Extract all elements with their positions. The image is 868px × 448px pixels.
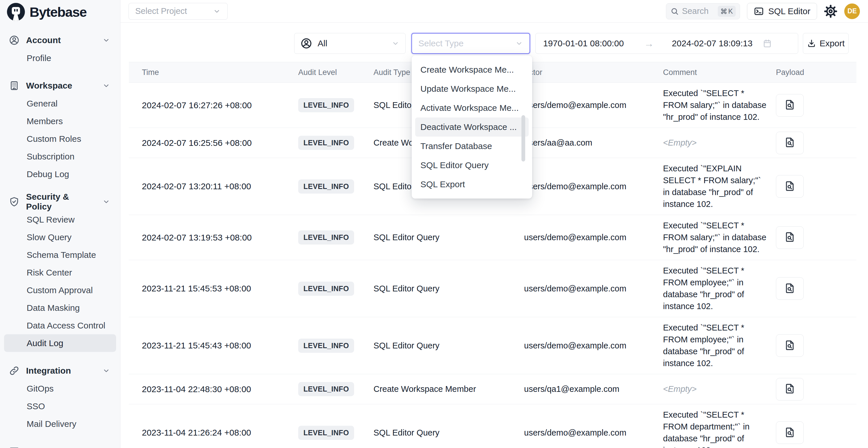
payload-view-button[interactable] [776,132,804,154]
sidebar-item-data-access-control[interactable]: Data Access Control [0,317,120,334]
audit-level-badge: LEVEL_INFO [298,98,354,112]
cell-comment: Executed `"SELECT * FROM salary;"` in da… [663,215,776,260]
brand-logo[interactable]: Bytebase [0,0,120,24]
sidebar-group-archived[interactable]: Archived [0,443,120,448]
payload-view-button[interactable] [776,378,804,401]
cell-audit-type: SQL Editor Query [373,233,524,242]
cell-payload [776,378,857,401]
sidebar-item-gitops[interactable]: GitOps [0,380,120,397]
calendar-icon [762,38,772,48]
menu-scrollbar-thumb[interactable] [521,115,525,161]
cell-audit-level: LEVEL_INFO [298,282,373,296]
payload-view-button[interactable] [776,421,804,444]
type-select-menu: Create Workspace Me...Update Workspace M… [412,56,532,198]
type-menu-item-transfer-database[interactable]: Transfer Database [415,137,529,156]
type-menu-item-sql-export[interactable]: SQL Export [415,175,529,194]
comment-text: Executed `"SELECT * FROM department;"` i… [663,410,750,448]
column-header-payload: Payload [776,68,857,77]
comment-text: Executed `"SELECT * FROM salary;"` in da… [663,89,766,122]
audit-level-badge: LEVEL_INFO [298,230,354,245]
chevron-down-icon [515,39,523,47]
cell-payload [776,226,857,249]
search-input[interactable]: Search K [666,3,740,20]
cell-audit-level: LEVEL_INFO [298,426,373,440]
cell-actor: users/demo@example.com [524,428,663,438]
sidebar-group-integration[interactable]: Integration [0,362,120,380]
type-menu-item-create-workspace-me[interactable]: Create Workspace Me... [415,60,529,79]
table-row: 2023-11-21 15:45:43 +08:00LEVEL_INFOSQL … [129,317,857,374]
cell-audit-level: LEVEL_INFO [298,136,373,150]
table-row: 2023-11-04 21:26:24 +08:00LEVEL_INFOSQL … [129,404,857,448]
file-search-icon [784,339,796,352]
cell-time: 2024-02-07 16:25:56 +08:00 [129,138,298,148]
sidebar-item-general[interactable]: General [0,95,120,112]
file-search-icon [784,282,796,295]
cell-audit-level: LEVEL_INFO [298,180,373,194]
cell-comment: <Empty> [663,132,776,153]
sidebar-item-sql-review[interactable]: SQL Review [0,211,120,228]
settings-gear-button[interactable] [824,5,837,18]
main-content: All Select Type 1970-01-01 08:00:00 → 20… [120,23,868,448]
date-range-picker[interactable]: 1970-01-01 08:00:00 → 2024-02-07 18:09:1… [535,33,798,54]
sidebar-item-subscription[interactable]: Subscription [0,148,120,165]
sidebar-group-workspace[interactable]: Workspace [0,77,120,95]
audit-level-badge: LEVEL_INFO [298,339,354,353]
type-filter-select[interactable]: Select Type [411,33,530,54]
comment-empty: <Empty> [663,384,696,393]
topbar-right: Search K SQL Editor [666,3,860,20]
sidebar-group-label: Security & Policy [26,192,96,212]
sidebar-item-profile[interactable]: Profile [0,49,120,67]
filter-bar: All Select Type 1970-01-01 08:00:00 → 20… [120,33,868,54]
sidebar-item-slow-query[interactable]: Slow Query [0,228,120,246]
chevron-down-icon [102,36,110,44]
user-avatar[interactable]: DE [844,3,860,19]
chevron-down-icon [392,39,400,47]
file-search-icon [784,136,796,149]
export-button[interactable]: Export [803,33,848,54]
sidebar-group-security-policy[interactable]: Security & Policy [0,193,120,211]
cell-comment: <Empty> [663,379,776,400]
payload-view-button[interactable] [776,277,804,300]
project-select[interactable]: Select Project [129,3,227,20]
sidebar-group-label: Archived [26,447,63,448]
cell-payload [776,94,857,117]
sidebar-item-audit-log[interactable]: Audit Log [4,334,116,352]
comment-text: Executed `"SELECT * FROM employee;"` in … [663,266,744,311]
cell-actor: users/demo@example.com [524,284,663,293]
chevron-down-icon [102,198,110,206]
terminal-icon [754,6,764,17]
sidebar-item-data-masking[interactable]: Data Masking [0,299,120,317]
type-menu-item-deactivate-workspace[interactable]: Deactivate Workspace ... [415,118,529,137]
type-menu-item-activate-workspace-me[interactable]: Activate Workspace Me... [415,98,529,118]
date-from-value: 1970-01-01 08:00:00 [543,38,624,48]
file-search-icon [784,383,796,395]
payload-view-button[interactable] [776,175,804,198]
actor-filter-select[interactable]: All [294,33,406,54]
cell-payload [776,334,857,357]
sidebar-group-label: Account [26,35,61,45]
sidebar-item-risk-center[interactable]: Risk Center [0,264,120,281]
building-icon [9,80,20,91]
payload-view-button[interactable] [776,226,804,249]
cell-audit-level: LEVEL_INFO [298,382,373,396]
cell-time: 2024-02-07 13:20:11 +08:00 [129,182,298,191]
type-menu-item-sql-editor-query[interactable]: SQL Editor Query [415,156,529,175]
bytebase-logo-icon [7,3,25,21]
payload-view-button[interactable] [776,94,804,117]
sidebar-group-account[interactable]: Account [0,31,120,49]
comment-text: Executed `"SELECT * FROM employee;"` in … [663,323,744,368]
table-row: 2023-11-04 22:48:30 +08:00LEVEL_INFOCrea… [129,374,857,404]
sidebar-item-members[interactable]: Members [0,112,120,130]
sidebar-item-schema-template[interactable]: Schema Template [0,246,120,264]
sidebar-item-debug-log[interactable]: Debug Log [0,165,120,183]
sidebar-item-custom-approval[interactable]: Custom Approval [0,281,120,299]
actor-filter-value: All [318,38,327,48]
sidebar-item-sso[interactable]: SSO [0,397,120,415]
comment-text: Executed `"SELECT * FROM salary;"` in da… [663,221,766,254]
cell-time: 2023-11-21 15:45:43 +08:00 [129,341,298,350]
payload-view-button[interactable] [776,334,804,357]
sidebar-item-custom-roles[interactable]: Custom Roles [0,130,120,148]
sql-editor-button[interactable]: SQL Editor [747,3,817,20]
type-menu-item-update-workspace-me[interactable]: Update Workspace Me... [415,79,529,98]
sidebar-item-mail-delivery[interactable]: Mail Delivery [0,415,120,433]
